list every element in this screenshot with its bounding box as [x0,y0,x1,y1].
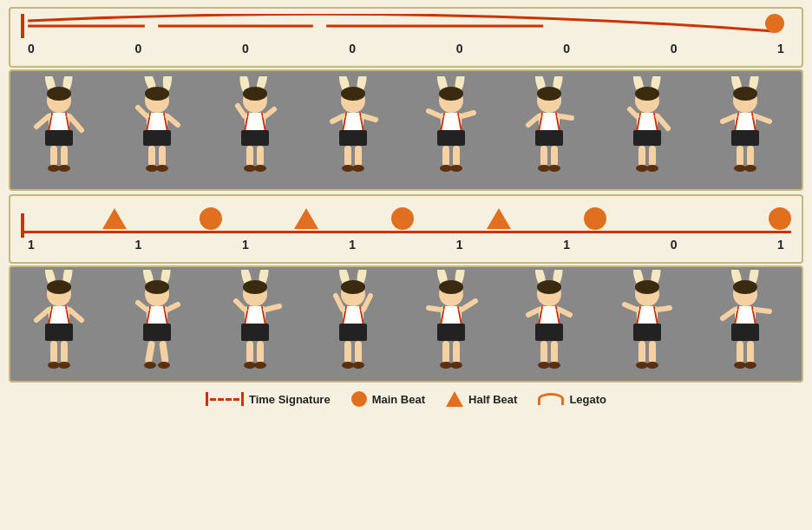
char-4 [314,75,401,186]
char2-5 [412,269,499,380]
legato-label: Legato [569,393,606,406]
char-1 [20,75,107,186]
char2-1 [20,269,107,380]
char2-7 [608,269,695,380]
beat-numbers: 1 1 1 1 1 1 0 1 [21,238,791,252]
legend-legato: Legato [538,393,606,406]
svg-point-126 [58,362,70,369]
char-5 [412,75,499,186]
svg-point-55 [342,165,354,172]
main-beat-label: Main Beat [372,393,425,406]
svg-point-118 [47,280,71,294]
beat-num-0: 1 [23,238,40,252]
svg-rect-81 [540,146,547,167]
leg-dashes [210,398,239,401]
svg-rect-39 [246,146,253,167]
svg-rect-179 [442,341,449,363]
svg-rect-221 [737,341,743,363]
circle-icon-4 [769,207,791,230]
beat-timeline-strip: 1 1 1 1 1 1 0 1 [9,194,803,264]
svg-line-198 [560,310,570,315]
svg-line-127 [36,310,49,320]
svg-line-72 [462,113,474,116]
svg-rect-165 [344,341,351,363]
char2-6 [510,269,597,380]
svg-rect-80 [535,130,563,146]
svg-rect-206 [633,324,661,341]
timeline-lines [21,14,791,40]
svg-point-174 [439,280,463,294]
svg-point-195 [538,362,550,369]
svg-rect-108 [731,130,759,146]
svg-rect-164 [339,324,367,341]
legend-half-beat: Half Beat [446,391,517,407]
svg-point-70 [450,165,462,172]
svg-point-167 [342,362,354,369]
svg-point-83 [538,165,550,172]
beat-row [21,201,791,238]
svg-rect-138 [159,341,169,364]
svg-point-160 [341,280,365,294]
svg-line-212 [658,308,670,310]
svg-point-132 [145,280,169,294]
svg-point-14 [58,165,70,172]
beat-num-5: 1 [558,238,575,252]
beat-triangle-3 [487,208,511,231]
beat-num-7: 1 [772,238,789,252]
svg-rect-38 [241,130,269,146]
svg-line-128 [69,310,82,320]
svg-point-56 [352,165,364,172]
svg-line-100 [658,116,668,128]
svg-rect-26 [159,146,166,167]
svg-point-181 [440,362,452,369]
svg-line-57 [332,116,343,121]
svg-point-84 [548,165,560,172]
svg-point-210 [646,362,658,369]
svg-rect-24 [143,130,171,146]
svg-point-42 [254,165,266,172]
svg-line-156 [265,306,279,310]
legato-icon [538,393,564,405]
svg-point-27 [146,165,158,172]
svg-line-99 [630,109,637,116]
svg-point-168 [352,362,364,369]
svg-point-41 [244,165,256,172]
svg-rect-123 [50,341,57,363]
svg-line-141 [138,303,147,310]
svg-point-98 [646,165,658,172]
circle-icon-2 [391,207,414,230]
beat-num-2: 1 [237,238,254,252]
svg-line-197 [528,310,539,315]
svg-point-154 [254,362,266,369]
beat-num-4: 1 [451,238,468,252]
svg-rect-52 [339,130,367,146]
svg-rect-122 [45,324,73,341]
svg-rect-68 [453,146,460,167]
svg-point-140 [158,362,170,369]
svg-point-223 [734,362,746,369]
svg-rect-54 [355,146,362,167]
svg-point-34 [243,87,267,101]
svg-point-153 [244,362,256,369]
svg-line-142 [167,304,178,310]
svg-rect-40 [257,146,264,167]
svg-point-69 [440,165,452,172]
svg-point-125 [48,362,60,369]
half-beat-icon [446,391,463,407]
svg-line-184 [462,301,475,310]
svg-rect-137 [144,341,154,364]
svg-line-30 [167,116,178,125]
char2-2 [118,269,205,380]
legend-row: Time Signature Main Beat Half Beat Legat… [9,386,803,410]
svg-rect-82 [551,146,558,167]
svg-line-86 [560,116,572,118]
svg-rect-207 [638,341,645,363]
svg-point-224 [744,362,756,369]
leg-dash-2 [218,398,224,401]
main-beat-icon [351,391,367,407]
beat-triangle-1 [102,208,127,231]
svg-rect-124 [61,341,68,363]
svg-rect-25 [148,146,155,167]
svg-rect-136 [143,324,171,341]
svg-point-28 [156,165,168,172]
